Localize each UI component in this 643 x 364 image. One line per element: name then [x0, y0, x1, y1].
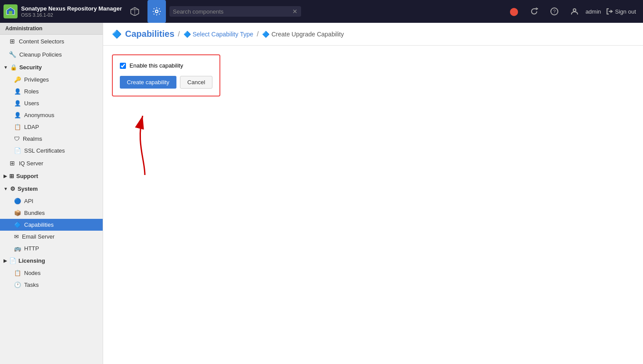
- breadcrumb-step1[interactable]: 🔷 Select Capability Type: [183, 31, 253, 38]
- form-area: Enable this capability Create capability…: [103, 46, 643, 364]
- breadcrumb-step2-label: Create Upgrade Capability: [271, 31, 344, 38]
- sidebar-section-support[interactable]: ▶ ⊞ Support: [0, 170, 103, 182]
- sidebar-item-cleanup-policies[interactable]: 🔧 Cleanup Policies: [0, 48, 103, 61]
- create-capability-button[interactable]: Create capability: [120, 76, 176, 89]
- sidebar-item-privileges[interactable]: 🔑 Privileges: [0, 74, 103, 86]
- sidebar-item-email-server[interactable]: ✉ Email Server: [0, 231, 103, 243]
- security-arrow-icon: ▼: [4, 65, 8, 70]
- search-bar[interactable]: ✕: [169, 6, 301, 17]
- app-version: OSS 3.16.1-02: [21, 12, 122, 18]
- licensing-arrow-icon: ▶: [4, 258, 7, 263]
- security-icon: 🔒: [10, 64, 17, 71]
- sidebar: Administration ⊞ Content Selectors 🔧 Cle…: [0, 23, 103, 364]
- sidebar-item-http[interactable]: 🚌 HTTP: [0, 243, 103, 254]
- breadcrumb-step1-icon: 🔷: [183, 31, 191, 38]
- app-title: Sonatype Nexus Repository Manager: [21, 5, 122, 13]
- form-buttons: Create capability Cancel: [120, 76, 212, 89]
- sidebar-item-ssl-certificates[interactable]: 📄 SSL Certificates: [0, 145, 103, 157]
- users-icon: 👤: [14, 100, 21, 107]
- ldap-icon: 📋: [14, 124, 21, 130]
- sidebar-section-system[interactable]: ▼ ⚙ System: [0, 182, 103, 195]
- sidebar-item-iq-server[interactable]: ⊞ IQ Server: [0, 157, 103, 170]
- user-icon[interactable]: [565, 0, 584, 23]
- help-btn[interactable]: ?: [545, 0, 564, 23]
- enable-checkbox-label: Enable this capability: [129, 62, 183, 69]
- search-clear-btn[interactable]: ✕: [292, 8, 298, 15]
- cube-nav-btn[interactable]: [126, 0, 144, 23]
- http-icon: 🚌: [14, 245, 21, 252]
- sidebar-item-ldap[interactable]: 📋 LDAP: [0, 121, 103, 133]
- main-content: 🔷 Capabilities / 🔷 Select Capability Typ…: [103, 23, 643, 364]
- sidebar-item-nodes[interactable]: 📋 Nodes: [0, 267, 103, 279]
- sidebar-item-realms[interactable]: 🛡 Realms: [0, 133, 103, 145]
- anonymous-icon: 👤: [14, 112, 21, 118]
- email-server-icon: ✉: [14, 233, 19, 240]
- capabilities-icon: 🔷: [14, 221, 21, 228]
- bundles-icon: 📦: [14, 210, 21, 216]
- realms-icon: 🛡: [14, 136, 20, 142]
- sidebar-item-api[interactable]: 🔵 API: [0, 195, 103, 207]
- capabilities-breadcrumb-icon: 🔷: [112, 29, 122, 39]
- api-icon: 🔵: [14, 198, 21, 204]
- system-icon: ⚙: [10, 186, 15, 192]
- username-label: admin: [586, 8, 601, 15]
- sidebar-item-tasks[interactable]: 🕐 Tasks: [0, 279, 103, 291]
- support-arrow-icon: ▶: [4, 174, 7, 178]
- app-logo-icon: [4, 4, 18, 18]
- licensing-icon: 📄: [9, 257, 16, 264]
- enable-checkbox-row: Enable this capability: [120, 62, 212, 69]
- sidebar-header: Administration: [0, 23, 103, 35]
- app-name-block: Sonatype Nexus Repository Manager OSS 3.…: [21, 5, 122, 18]
- breadcrumb-step1-label: Select Capability Type: [193, 31, 253, 38]
- top-navigation: Sonatype Nexus Repository Manager OSS 3.…: [0, 0, 643, 23]
- breadcrumb-step2: 🔷 Create Upgrade Capability: [262, 31, 344, 38]
- sidebar-item-capabilities[interactable]: 🔷 Capabilities: [0, 219, 103, 231]
- sidebar-item-users[interactable]: 👤 Users: [0, 97, 103, 109]
- alert-icon[interactable]: ⬤: [505, 0, 523, 23]
- sidebar-section-security[interactable]: ▼ 🔒 Security: [0, 61, 103, 74]
- svg-text:?: ?: [553, 9, 556, 14]
- nodes-icon: 📋: [14, 270, 21, 276]
- topnav-right: ⬤ ? admin Sign out: [505, 0, 639, 23]
- sidebar-item-roles[interactable]: 👤 Roles: [0, 86, 103, 97]
- search-input[interactable]: [173, 8, 292, 15]
- breadcrumb-sep-2: /: [257, 30, 259, 38]
- signout-btn[interactable]: Sign out: [603, 6, 639, 17]
- cancel-button[interactable]: Cancel: [180, 76, 212, 89]
- arrow-annotation: [119, 107, 171, 177]
- system-arrow-icon: ▼: [4, 186, 8, 191]
- roles-icon: 👤: [14, 88, 21, 95]
- sidebar-item-bundles[interactable]: 📦 Bundles: [0, 207, 103, 219]
- enable-checkbox[interactable]: [120, 63, 126, 69]
- content-selectors-icon: ⊞: [9, 38, 16, 45]
- signout-label: Sign out: [615, 8, 636, 15]
- privileges-icon: 🔑: [14, 76, 21, 83]
- sidebar-item-anonymous[interactable]: 👤 Anonymous: [0, 109, 103, 121]
- svg-rect-1: [9, 11, 12, 14]
- svg-point-5: [155, 10, 158, 13]
- gear-nav-btn[interactable]: [147, 0, 166, 23]
- create-capability-form: Enable this capability Create capability…: [112, 54, 220, 96]
- support-icon: ⊞: [9, 173, 14, 179]
- app-logo: Sonatype Nexus Repository Manager OSS 3.…: [4, 4, 122, 18]
- breadcrumb-root: Capabilities: [125, 29, 174, 39]
- breadcrumb-sep-1: /: [178, 30, 180, 38]
- svg-point-8: [573, 9, 576, 11]
- iq-server-icon: ⊞: [9, 160, 16, 167]
- ssl-icon: 📄: [14, 147, 21, 154]
- main-layout: Administration ⊞ Content Selectors 🔧 Cle…: [0, 23, 643, 364]
- refresh-btn[interactable]: [525, 0, 543, 23]
- breadcrumb-step2-icon: 🔷: [262, 31, 269, 38]
- sidebar-item-content-selectors[interactable]: ⊞ Content Selectors: [0, 35, 103, 48]
- sidebar-section-licensing[interactable]: ▶ 📄 Licensing: [0, 254, 103, 267]
- cleanup-policies-icon: 🔧: [9, 51, 16, 58]
- breadcrumb: 🔷 Capabilities / 🔷 Select Capability Typ…: [103, 23, 643, 46]
- tasks-icon: 🕐: [14, 282, 21, 288]
